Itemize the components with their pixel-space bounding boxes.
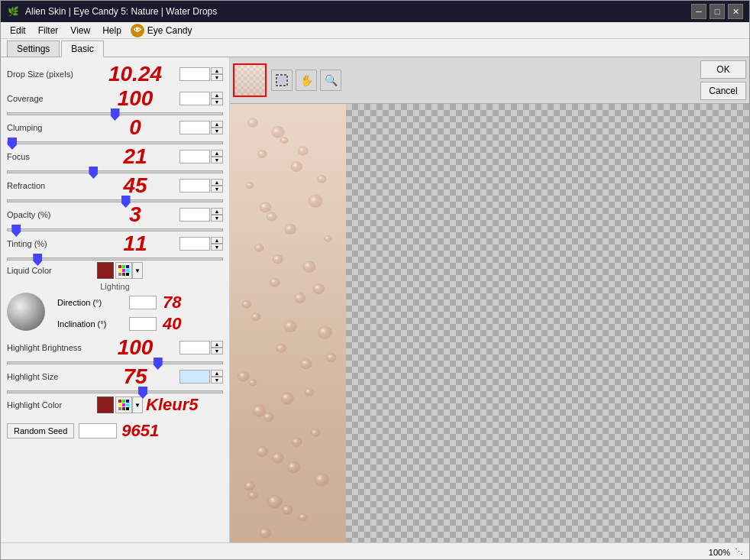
drop-size-input[interactable]: 10.24 ▲ ▼ [179,67,223,81]
clumping-field[interactable]: 0 [179,121,210,134]
opacity-down[interactable]: ▼ [211,215,223,222]
svg-point-47 [298,147,308,155]
refraction-slider-track[interactable] [7,199,223,202]
svg-point-52 [313,283,325,293]
clumping-up[interactable]: ▲ [211,121,223,128]
opacity-up[interactable]: ▲ [211,208,223,215]
focus-input[interactable]: 21 ▲ ▼ [179,150,223,163]
refraction-up[interactable]: ▲ [211,179,223,186]
clumping-label: Clumping [7,123,91,132]
select-tool-button[interactable] [271,70,293,91]
refraction-field[interactable]: 45 [179,179,210,193]
zoom-tool-button[interactable]: 🔍 [320,70,341,91]
highlight-brightness-input[interactable]: 100 ▲ ▼ [179,341,223,354]
highlight-size-slider-track[interactable] [7,390,223,393]
menu-help[interactable]: Help [96,24,128,37]
clumping-down[interactable]: ▼ [211,128,223,134]
cancel-button[interactable]: Cancel [700,82,746,100]
drop-size-field[interactable]: 10.24 [179,67,210,81]
svg-rect-12 [118,403,121,406]
coverage-input[interactable]: 100 ▲ ▼ [179,92,223,105]
opacity-slider-track[interactable] [7,228,223,231]
highlight-brightness-field[interactable]: 100 [179,341,210,354]
svg-rect-10 [122,400,125,403]
tab-basic[interactable]: Basic [61,40,103,57]
menu-filter[interactable]: Filter [32,24,65,37]
clumping-slider-track[interactable] [7,141,223,144]
coverage-field[interactable]: 100 [179,92,210,105]
focus-label: Focus [7,152,91,161]
kleur-text: Kleur5 [146,395,198,415]
menu-edit[interactable]: Edit [4,24,32,37]
focus-up[interactable]: ▲ [211,150,223,157]
close-button[interactable]: ✕ [728,4,743,19]
lighting-ball[interactable] [7,293,45,331]
svg-rect-14 [126,403,129,406]
grid-icon [118,265,129,276]
svg-point-58 [253,405,265,416]
tinting-slider-track[interactable] [7,257,223,261]
clumping-display: 0 [91,117,179,138]
svg-point-35 [300,359,312,369]
highlight-brightness-up[interactable]: ▲ [211,341,223,348]
tinting-input[interactable]: 11 ▲ ▼ [179,237,223,251]
highlight-size-input[interactable]: 75 ▲ ▼ [179,370,223,384]
minimize-button[interactable]: ─ [691,4,706,19]
clumping-spinner: ▲ ▼ [211,121,223,134]
svg-point-50 [325,235,332,241]
highlight-brightness-down[interactable]: ▼ [211,348,223,354]
highlight-size-up[interactable]: ▲ [211,370,223,377]
drop-size-down[interactable]: ▼ [211,74,223,81]
tinting-up[interactable]: ▲ [211,237,223,244]
liquid-color-dropdown[interactable]: ▼ [132,262,143,279]
focus-field[interactable]: 21 [179,150,210,163]
svg-point-32 [251,313,260,321]
svg-rect-3 [118,269,121,272]
coverage-slider-track[interactable] [7,112,223,115]
opacity-field[interactable]: 3 [179,208,210,222]
tinting-down[interactable]: ▼ [211,244,223,251]
random-seed-field[interactable]: 9651 [79,423,117,439]
coverage-down[interactable]: ▼ [211,99,223,105]
svg-rect-6 [118,273,121,276]
refraction-input[interactable]: 45 ▲ ▼ [179,179,223,193]
menu-view[interactable]: View [64,24,96,37]
direction-field[interactable]: 78 [129,296,157,309]
random-seed-button[interactable]: Random Seed [7,423,74,439]
direction-row: Direction (°) 78 78 [57,293,223,312]
highlight-size-row: Highlight Size 75 75 ▲ ▼ [7,366,223,387]
svg-rect-8 [126,273,129,276]
highlight-color-swatch[interactable] [97,397,114,413]
highlight-brightness-slider-track[interactable] [7,361,223,364]
maximize-button[interactable]: □ [710,4,725,19]
focus-slider-track[interactable] [7,170,223,173]
opacity-input[interactable]: 3 ▲ ▼ [179,208,223,222]
drop-size-label: Drop Size (pixels) [7,70,91,79]
preview-thumbnail[interactable] [233,63,267,97]
highlight-color-grid-button[interactable] [115,397,132,413]
inclination-field[interactable]: 40 [129,317,157,331]
clumping-input[interactable]: 0 ▲ ▼ [179,121,223,134]
highlight-color-dropdown[interactable]: ▼ [132,397,143,413]
svg-rect-11 [126,400,129,403]
highlight-size-down[interactable]: ▼ [211,377,223,384]
hand-tool-button[interactable]: ✋ [296,70,317,91]
refraction-row: Refraction 45 45 ▲ ▼ [7,175,223,196]
hand-icon: ✋ [300,74,313,86]
refraction-down[interactable]: ▼ [211,186,223,193]
liquid-color-swatch[interactable] [97,262,114,279]
svg-rect-16 [122,407,125,410]
highlight-size-field[interactable]: 75 [179,370,210,384]
tinting-field[interactable]: 11 [179,237,210,251]
left-panel: Drop Size (pixels) 10.24 10.24 ▲ ▼ Cover… [1,57,230,542]
drop-size-up[interactable]: ▲ [211,67,223,74]
ok-button[interactable]: OK [700,60,746,79]
focus-down[interactable]: ▼ [211,157,223,163]
liquid-color-grid-button[interactable] [115,262,132,279]
focus-slider-container [7,170,223,173]
svg-point-37 [281,393,293,404]
tab-settings[interactable]: Settings [7,40,60,57]
inclination-display: 40 [163,314,181,334]
coverage-up[interactable]: ▲ [211,92,223,99]
svg-point-21 [272,127,284,138]
